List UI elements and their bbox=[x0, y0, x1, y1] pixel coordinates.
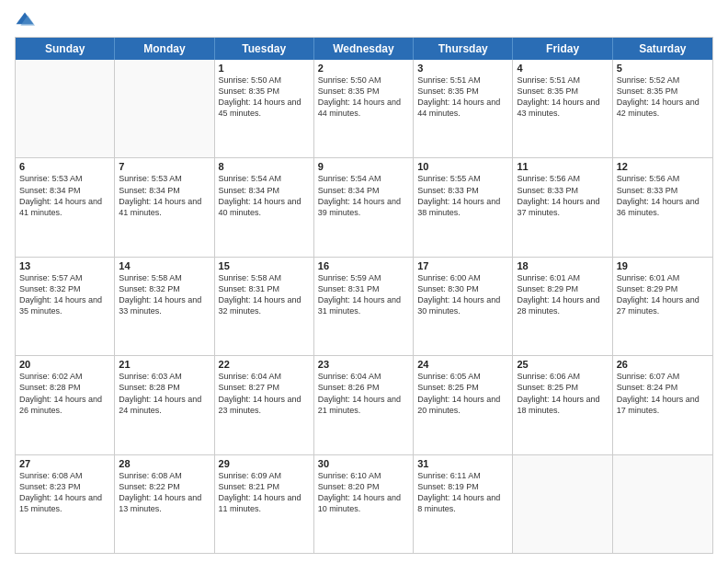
calendar-cell: 31 Sunrise: 6:11 AMSunset: 8:19 PMDaylig… bbox=[414, 455, 513, 553]
day-header-friday: Friday bbox=[513, 38, 612, 60]
cell-info: Sunrise: 5:51 AMSunset: 8:35 PMDaylight:… bbox=[417, 75, 508, 120]
calendar-cell: 27 Sunrise: 6:08 AMSunset: 8:23 PMDaylig… bbox=[16, 455, 115, 553]
day-number: 24 bbox=[417, 359, 508, 370]
cell-info: Sunrise: 6:04 AMSunset: 8:26 PMDaylight:… bbox=[318, 371, 409, 416]
day-number: 9 bbox=[318, 161, 409, 172]
cell-info: Sunrise: 5:53 AMSunset: 8:34 PMDaylight:… bbox=[19, 173, 110, 218]
cell-info: Sunrise: 6:07 AMSunset: 8:24 PMDaylight:… bbox=[617, 371, 709, 416]
calendar-cell: 22 Sunrise: 6:04 AMSunset: 8:27 PMDaylig… bbox=[215, 356, 314, 454]
day-number: 18 bbox=[517, 260, 608, 271]
logo-icon bbox=[15, 11, 35, 31]
calendar-cell: 26 Sunrise: 6:07 AMSunset: 8:24 PMDaylig… bbox=[613, 356, 712, 454]
day-number: 20 bbox=[19, 359, 110, 370]
calendar-header: SundayMondayTuesdayWednesdayThursdayFrid… bbox=[16, 38, 712, 60]
calendar-week-3: 13 Sunrise: 5:57 AMSunset: 8:32 PMDaylig… bbox=[16, 257, 712, 355]
day-number: 25 bbox=[517, 359, 608, 370]
cell-info: Sunrise: 5:51 AMSunset: 8:35 PMDaylight:… bbox=[517, 75, 608, 120]
calendar-cell: 29 Sunrise: 6:09 AMSunset: 8:21 PMDaylig… bbox=[215, 455, 314, 553]
day-number: 15 bbox=[219, 260, 310, 271]
calendar-cell: 21 Sunrise: 6:03 AMSunset: 8:28 PMDaylig… bbox=[115, 356, 214, 454]
day-number: 27 bbox=[19, 458, 110, 469]
day-number: 21 bbox=[119, 359, 210, 370]
day-number: 29 bbox=[219, 458, 310, 469]
calendar-body: 1 Sunrise: 5:50 AMSunset: 8:35 PMDayligh… bbox=[16, 60, 712, 553]
calendar-cell: 13 Sunrise: 5:57 AMSunset: 8:32 PMDaylig… bbox=[16, 258, 115, 355]
day-number: 23 bbox=[318, 359, 409, 370]
day-number: 6 bbox=[19, 161, 110, 172]
calendar-cell: 17 Sunrise: 6:00 AMSunset: 8:30 PMDaylig… bbox=[414, 258, 513, 355]
day-header-sunday: Sunday bbox=[16, 38, 115, 60]
day-header-saturday: Saturday bbox=[613, 38, 712, 60]
day-number: 7 bbox=[119, 161, 210, 172]
calendar-cell: 8 Sunrise: 5:54 AMSunset: 8:34 PMDayligh… bbox=[215, 158, 314, 256]
cell-info: Sunrise: 6:06 AMSunset: 8:25 PMDaylight:… bbox=[517, 371, 608, 416]
calendar: SundayMondayTuesdayWednesdayThursdayFrid… bbox=[15, 37, 713, 554]
calendar-cell: 6 Sunrise: 5:53 AMSunset: 8:34 PMDayligh… bbox=[16, 158, 115, 256]
cell-info: Sunrise: 5:54 AMSunset: 8:34 PMDaylight:… bbox=[318, 173, 409, 218]
calendar-cell: 15 Sunrise: 5:58 AMSunset: 8:31 PMDaylig… bbox=[215, 258, 314, 355]
calendar-cell: 3 Sunrise: 5:51 AMSunset: 8:35 PMDayligh… bbox=[414, 60, 513, 157]
cell-info: Sunrise: 6:02 AMSunset: 8:28 PMDaylight:… bbox=[19, 371, 110, 416]
day-number: 2 bbox=[318, 63, 409, 74]
day-number: 26 bbox=[617, 359, 709, 370]
cell-info: Sunrise: 6:08 AMSunset: 8:22 PMDaylight:… bbox=[119, 470, 210, 515]
cell-info: Sunrise: 5:53 AMSunset: 8:34 PMDaylight:… bbox=[119, 173, 210, 218]
day-number: 14 bbox=[119, 260, 210, 271]
day-number: 1 bbox=[219, 63, 310, 74]
day-number: 28 bbox=[119, 458, 210, 469]
page-header bbox=[15, 11, 713, 31]
day-number: 31 bbox=[417, 458, 508, 469]
calendar-cell: 16 Sunrise: 5:59 AMSunset: 8:31 PMDaylig… bbox=[314, 258, 414, 355]
calendar-cell bbox=[16, 60, 115, 157]
calendar-cell: 18 Sunrise: 6:01 AMSunset: 8:29 PMDaylig… bbox=[513, 258, 612, 355]
calendar-week-4: 20 Sunrise: 6:02 AMSunset: 8:28 PMDaylig… bbox=[16, 355, 712, 454]
cell-info: Sunrise: 6:09 AMSunset: 8:21 PMDaylight:… bbox=[219, 470, 310, 515]
calendar-cell: 19 Sunrise: 6:01 AMSunset: 8:29 PMDaylig… bbox=[613, 258, 712, 355]
calendar-cell: 5 Sunrise: 5:52 AMSunset: 8:35 PMDayligh… bbox=[613, 60, 712, 157]
calendar-cell: 7 Sunrise: 5:53 AMSunset: 8:34 PMDayligh… bbox=[115, 158, 214, 256]
day-number: 13 bbox=[19, 260, 110, 271]
day-number: 17 bbox=[417, 260, 508, 271]
calendar-cell: 23 Sunrise: 6:04 AMSunset: 8:26 PMDaylig… bbox=[314, 356, 414, 454]
day-header-thursday: Thursday bbox=[414, 38, 513, 60]
logo bbox=[15, 11, 39, 31]
cell-info: Sunrise: 6:01 AMSunset: 8:29 PMDaylight:… bbox=[617, 272, 709, 317]
calendar-cell: 10 Sunrise: 5:55 AMSunset: 8:33 PMDaylig… bbox=[414, 158, 513, 256]
cell-info: Sunrise: 6:08 AMSunset: 8:23 PMDaylight:… bbox=[19, 470, 110, 515]
cell-info: Sunrise: 6:03 AMSunset: 8:28 PMDaylight:… bbox=[119, 371, 210, 416]
calendar-cell bbox=[115, 60, 214, 157]
calendar-week-5: 27 Sunrise: 6:08 AMSunset: 8:23 PMDaylig… bbox=[16, 454, 712, 553]
cell-info: Sunrise: 6:05 AMSunset: 8:25 PMDaylight:… bbox=[417, 371, 508, 416]
day-header-monday: Monday bbox=[115, 38, 214, 60]
calendar-cell: 1 Sunrise: 5:50 AMSunset: 8:35 PMDayligh… bbox=[215, 60, 314, 157]
page: SundayMondayTuesdayWednesdayThursdayFrid… bbox=[0, 0, 728, 563]
day-number: 4 bbox=[517, 63, 608, 74]
calendar-cell: 4 Sunrise: 5:51 AMSunset: 8:35 PMDayligh… bbox=[513, 60, 612, 157]
cell-info: Sunrise: 5:59 AMSunset: 8:31 PMDaylight:… bbox=[318, 272, 409, 317]
day-number: 22 bbox=[219, 359, 310, 370]
cell-info: Sunrise: 5:58 AMSunset: 8:31 PMDaylight:… bbox=[219, 272, 310, 317]
day-number: 16 bbox=[318, 260, 409, 271]
cell-info: Sunrise: 6:00 AMSunset: 8:30 PMDaylight:… bbox=[417, 272, 508, 317]
calendar-cell: 11 Sunrise: 5:56 AMSunset: 8:33 PMDaylig… bbox=[513, 158, 612, 256]
calendar-cell: 24 Sunrise: 6:05 AMSunset: 8:25 PMDaylig… bbox=[414, 356, 513, 454]
day-number: 30 bbox=[318, 458, 409, 469]
day-number: 19 bbox=[617, 260, 709, 271]
cell-info: Sunrise: 6:04 AMSunset: 8:27 PMDaylight:… bbox=[219, 371, 310, 416]
day-number: 12 bbox=[617, 161, 709, 172]
day-number: 3 bbox=[417, 63, 508, 74]
day-header-wednesday: Wednesday bbox=[314, 38, 414, 60]
cell-info: Sunrise: 5:58 AMSunset: 8:32 PMDaylight:… bbox=[119, 272, 210, 317]
day-number: 5 bbox=[617, 63, 709, 74]
calendar-cell: 2 Sunrise: 5:50 AMSunset: 8:35 PMDayligh… bbox=[314, 60, 414, 157]
cell-info: Sunrise: 5:50 AMSunset: 8:35 PMDaylight:… bbox=[219, 75, 310, 120]
cell-info: Sunrise: 5:55 AMSunset: 8:33 PMDaylight:… bbox=[417, 173, 508, 218]
cell-info: Sunrise: 5:57 AMSunset: 8:32 PMDaylight:… bbox=[19, 272, 110, 317]
calendar-week-2: 6 Sunrise: 5:53 AMSunset: 8:34 PMDayligh… bbox=[16, 157, 712, 256]
calendar-cell: 12 Sunrise: 5:56 AMSunset: 8:33 PMDaylig… bbox=[613, 158, 712, 256]
cell-info: Sunrise: 5:56 AMSunset: 8:33 PMDaylight:… bbox=[617, 173, 709, 218]
cell-info: Sunrise: 5:54 AMSunset: 8:34 PMDaylight:… bbox=[219, 173, 310, 218]
calendar-cell: 9 Sunrise: 5:54 AMSunset: 8:34 PMDayligh… bbox=[314, 158, 414, 256]
cell-info: Sunrise: 5:56 AMSunset: 8:33 PMDaylight:… bbox=[517, 173, 608, 218]
cell-info: Sunrise: 6:01 AMSunset: 8:29 PMDaylight:… bbox=[517, 272, 608, 317]
